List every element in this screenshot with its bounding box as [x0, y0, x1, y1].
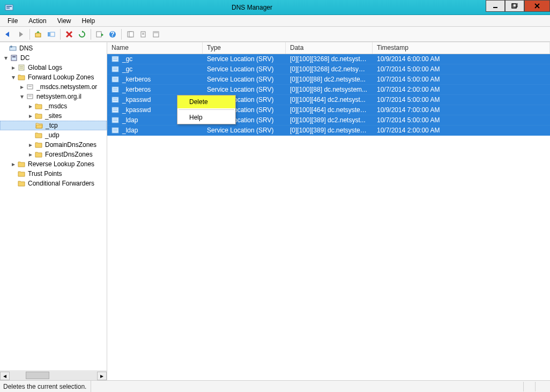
record-icon	[112, 127, 119, 134]
svg-rect-10	[35, 33, 41, 37]
expand-icon[interactable]: ▸	[10, 160, 17, 168]
navigation-tree[interactable]: DNS ▾ DC ▸	[0, 42, 107, 371]
menu-file[interactable]: File	[2, 16, 23, 26]
expand-icon[interactable]: ▸	[10, 64, 17, 71]
status-bar: Deletes the current selection.	[0, 380, 550, 392]
list-row[interactable]: _kpasswdService Location (SRV)[0][100][4…	[107, 105, 550, 115]
record-timestamp: 10/9/2014 7:00:00 AM	[373, 106, 550, 114]
expand-icon[interactable]: ▸	[18, 83, 26, 91]
list-row[interactable]: _kpasswdService Location (SRV)[0][100][4…	[107, 95, 550, 105]
collapse-icon[interactable]: ▾	[18, 93, 26, 100]
list-body[interactable]: _gcService Location (SRV)[0][100][3268] …	[107, 54, 550, 380]
tree-node-dc[interactable]: ▾ DC	[0, 53, 107, 63]
column-header-timestamp[interactable]: Timestamp	[373, 42, 550, 54]
folder-icon	[17, 73, 26, 82]
list-row[interactable]: _gcService Location (SRV)[0][100][3268] …	[107, 64, 550, 75]
tree-node-netsystem-zone[interactable]: ▾ netsystem.org.il	[0, 92, 107, 101]
svg-marker-11	[36, 31, 40, 33]
expand-icon[interactable]: ▸	[27, 102, 34, 110]
column-header-type[interactable]: Type	[203, 42, 286, 54]
tree-node-forward-lookup-zones[interactable]: ▾ Forward Lookup Zones	[0, 72, 107, 82]
list-header: Name Type Data Timestamp	[107, 42, 550, 54]
list-row[interactable]: _ldapService Location (SRV)[0][100][389]…	[107, 115, 550, 125]
column-header-data[interactable]: Data	[286, 42, 373, 54]
tree-node-trust-points[interactable]: Trust Points	[0, 169, 107, 179]
tree-node-domaindnszones[interactable]: ▸DomainDnsZones	[0, 140, 107, 150]
record-data: [0][100][3268] dc2.netsyst...	[286, 65, 373, 73]
tree-node-reverse-lookup-zones[interactable]: ▸Reverse Lookup Zones	[0, 159, 107, 169]
up-one-level-button[interactable]	[33, 28, 44, 40]
scroll-track[interactable]	[10, 372, 97, 380]
record-name: _kerberos	[122, 86, 151, 93]
collapse-icon[interactable]: ▾	[2, 54, 10, 62]
scroll-right-button[interactable]: ▸	[97, 372, 107, 380]
tree-node-conditional-forwarders[interactable]: Conditional Forwarders	[0, 179, 107, 188]
new-record-button[interactable]	[124, 28, 136, 40]
list-row[interactable]: _gcService Location (SRV)[0][100][3268] …	[107, 54, 550, 64]
menu-action[interactable]: Action	[23, 16, 51, 26]
refresh-button[interactable]	[76, 28, 88, 40]
scroll-thumb[interactable]	[26, 372, 49, 379]
svg-rect-4	[512, 4, 516, 8]
svg-rect-37	[27, 94, 33, 99]
export-button[interactable]	[94, 28, 106, 40]
tree-label: Global Logs	[28, 64, 62, 71]
navigation-tree-pane: DNS ▾ DC ▸	[0, 42, 107, 380]
column-header-name[interactable]: Name	[107, 42, 203, 54]
tree-node-global-logs[interactable]: ▸ Global Logs	[0, 63, 107, 72]
nav-back-button[interactable]	[2, 28, 14, 40]
properties-button[interactable]	[137, 28, 149, 40]
record-timestamp: 10/7/2014 5:00:00 AM	[373, 96, 550, 103]
record-list-pane: Name Type Data Timestamp _gcService Loca…	[107, 42, 550, 380]
tree-horizontal-scrollbar[interactable]: ◂ ▸	[0, 371, 107, 380]
record-icon	[112, 76, 119, 83]
collapse-icon[interactable]: ▾	[10, 73, 17, 81]
list-row[interactable]: _kerberosService Location (SRV)[0][100][…	[107, 85, 550, 95]
tree-node-udp[interactable]: _udp	[0, 130, 107, 140]
record-data: [0][100][464] dc.netsystem...	[286, 106, 373, 114]
tree-node-sites[interactable]: ▸_sites	[0, 111, 107, 121]
list-row[interactable]: _ldapService Location (SRV)[0][100][389]…	[107, 125, 550, 136]
close-button[interactable]	[524, 0, 550, 12]
record-timestamp: 10/9/2014 6:00:00 AM	[373, 55, 550, 63]
toolbar: ?	[0, 27, 550, 42]
record-icon	[112, 97, 119, 103]
svg-rect-31	[12, 56, 16, 57]
help-button[interactable]: ?	[107, 28, 118, 40]
svg-text:?: ?	[110, 31, 114, 38]
expand-icon[interactable]: ▸	[27, 112, 34, 120]
menu-help[interactable]: Help	[77, 16, 101, 26]
tree-node-forestdnszones[interactable]: ▸ForestDnsZones	[0, 150, 107, 159]
svg-rect-12	[48, 32, 50, 36]
tree-node-tcp[interactable]: _tcp	[0, 121, 107, 130]
delete-button[interactable]	[63, 28, 75, 40]
context-menu-help[interactable]: Help	[177, 111, 235, 124]
logs-icon	[17, 63, 26, 72]
record-icon	[112, 66, 119, 72]
record-data: [0][100][88] dc.netsystem...	[286, 86, 373, 93]
tree-node-msdcs-zone[interactable]: ▸ _msdcs.netsystem.or	[0, 82, 107, 92]
tree-label: Reverse Lookup Zones	[28, 160, 94, 168]
main-area: DNS ▾ DC ▸	[0, 42, 550, 380]
status-cells	[523, 382, 547, 391]
filter-button[interactable]	[150, 28, 162, 40]
tree-node-dns[interactable]: DNS	[0, 43, 107, 53]
maximize-button[interactable]	[505, 0, 524, 12]
toolbar-separator	[29, 29, 30, 40]
tree-label: _tcp	[46, 122, 58, 129]
tree-label: _msdcs	[45, 102, 67, 110]
nav-forward-button[interactable]	[15, 28, 27, 40]
expand-icon[interactable]: ▸	[27, 141, 34, 149]
show-hide-tree-button[interactable]	[46, 28, 57, 40]
menu-view[interactable]: View	[52, 16, 77, 26]
expand-icon[interactable]: ▸	[27, 151, 34, 158]
record-name: _kpasswd	[122, 96, 151, 103]
minimize-button[interactable]	[486, 0, 505, 12]
toolbar-separator	[60, 29, 61, 40]
toolbar-separator	[121, 29, 122, 40]
scroll-left-button[interactable]: ◂	[0, 372, 10, 380]
list-row[interactable]: _kerberosService Location (SRV)[0][100][…	[107, 75, 550, 85]
tree-node-msdcs[interactable]: ▸_msdcs	[0, 101, 107, 111]
context-menu-delete[interactable]: Delete	[177, 95, 235, 108]
svg-rect-60	[112, 128, 118, 133]
